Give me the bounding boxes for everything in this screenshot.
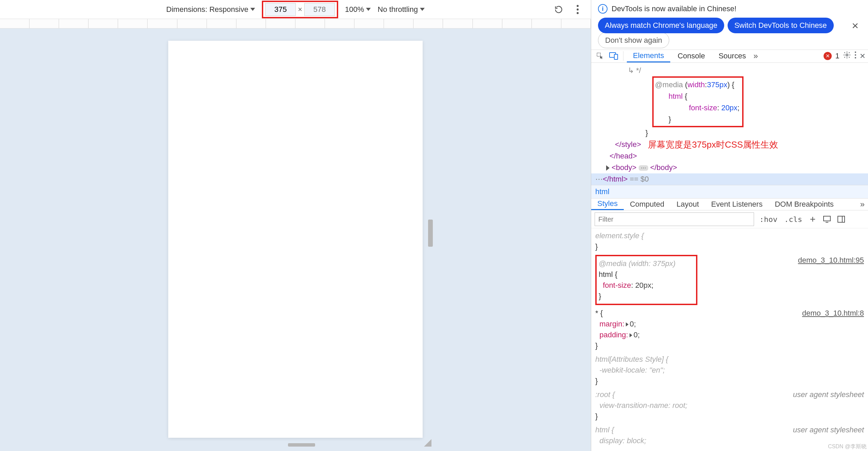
media-rule-highlight: @media (width: 375px) html { font-size: … — [595, 255, 697, 305]
cls-button[interactable]: .cls — [783, 215, 804, 224]
panel-layout-icon[interactable] — [836, 214, 846, 224]
expand-shorthand-icon[interactable] — [626, 322, 629, 326]
styles-rules[interactable]: element.style {} demo_3_10.html:95 @medi… — [591, 228, 868, 451]
watermark: CSDN @李斯晓 — [828, 443, 867, 450]
svg-rect-10 — [824, 216, 830, 221]
close-style-tag: </style> — [615, 139, 641, 150]
kebab-menu-icon[interactable] — [573, 4, 583, 15]
chevron-down-icon — [420, 8, 425, 11]
html-ua-rule-block[interactable]: user agent stylesheet html { display: bl… — [595, 425, 864, 446]
expand-triangle-icon[interactable] — [606, 165, 610, 171]
info-message: DevTools is now available in Chinese! — [612, 4, 736, 13]
svg-rect-11 — [838, 216, 845, 222]
user-agent-label: user agent stylesheet — [793, 425, 864, 435]
source-link[interactable]: demo_3_10.html:95 — [798, 255, 864, 266]
media-query-highlight: @media (width:375px) { html { font-size:… — [652, 76, 744, 127]
expand-shorthand-icon[interactable] — [630, 333, 632, 337]
devtools-tabs: Elements Console Sources » 1 × — [591, 50, 868, 63]
computed-sidebar-icon[interactable] — [822, 214, 832, 224]
chevron-down-icon — [366, 8, 371, 11]
star-rule-block[interactable]: demo_3_10.html:8 * { margin:0; padding:0… — [595, 308, 864, 351]
height-input[interactable] — [304, 3, 335, 16]
svg-rect-5 — [614, 54, 618, 59]
resize-handle-south[interactable] — [288, 443, 315, 447]
html-selector: html { — [599, 270, 617, 279]
error-badge-icon[interactable] — [824, 52, 832, 60]
tab-elements[interactable]: Elements — [627, 50, 670, 62]
zoom-dropdown[interactable]: 100% — [345, 5, 371, 14]
zoom-value: 100% — [345, 5, 364, 14]
tab-console[interactable]: Console — [672, 50, 711, 62]
rotate-icon[interactable] — [554, 4, 564, 15]
user-agent-label: user agent stylesheet — [793, 389, 864, 400]
hov-button[interactable]: :hov — [758, 215, 779, 224]
tab-layout[interactable]: Layout — [670, 199, 705, 210]
viewport-panel: Dimensions: Responsive × 100% No throttl… — [0, 0, 591, 451]
svg-point-2 — [577, 12, 579, 14]
svg-point-7 — [855, 52, 856, 53]
close-infobar-button[interactable]: × — [849, 19, 861, 32]
dimension-inputs-highlight: × — [262, 1, 338, 18]
close-head-tag: </head> — [610, 152, 637, 160]
source-comment: */ — [636, 66, 641, 75]
svg-rect-3 — [597, 53, 600, 56]
styles-toolbar: :hov .cls — [591, 210, 868, 228]
language-buttons-row: Always match Chrome's language Switch De… — [591, 18, 868, 36]
selected-element-row[interactable]: ⋯</html> == $0 — [591, 173, 868, 185]
dollar-zero: == $0 — [628, 175, 649, 183]
kebab-menu-icon[interactable] — [854, 51, 856, 61]
dimensions-label: Dimensions: Responsive — [166, 5, 248, 14]
more-tabs-icon[interactable]: » — [857, 200, 868, 209]
elements-source[interactable]: ↳ */ @media (width:375px) { html { font-… — [591, 63, 868, 185]
device-toolbar: Dimensions: Responsive × 100% No throttl… — [0, 0, 591, 19]
throttling-dropdown[interactable]: No throttling — [378, 5, 425, 14]
collapsed-icon[interactable]: ⋯ — [639, 165, 648, 171]
throttling-value: No throttling — [378, 5, 418, 14]
svg-point-6 — [846, 54, 848, 56]
switch-language-button[interactable]: Switch DevTools to Chinese — [728, 18, 834, 33]
devtools-panel: i DevTools is now available in Chinese! … — [591, 0, 868, 451]
media-rule-block[interactable]: demo_3_10.html:95 @media (width: 375px) … — [595, 255, 864, 305]
width-input[interactable] — [265, 3, 296, 16]
viewport-canvas — [0, 29, 591, 451]
filter-input[interactable] — [595, 212, 754, 226]
element-style-rule[interactable]: element.style {} — [595, 230, 864, 252]
close-devtools-button[interactable]: × — [860, 51, 865, 61]
more-tabs-icon[interactable]: » — [753, 51, 758, 61]
tab-computed[interactable]: Computed — [624, 199, 671, 210]
svg-point-0 — [577, 5, 579, 7]
svg-point-9 — [855, 57, 856, 58]
source-link[interactable]: demo_3_10.html:8 — [802, 308, 864, 319]
tab-styles[interactable]: Styles — [591, 199, 624, 210]
device-frame[interactable] — [168, 41, 423, 438]
resize-handle-east[interactable] — [428, 220, 433, 247]
annotation-text: 屏幕宽度是375px时CSS属性生效 — [648, 139, 778, 150]
styles-tabs: Styles Computed Layout Event Listeners D… — [591, 199, 868, 210]
info-bar: i DevTools is now available in Chinese! — [591, 0, 868, 18]
info-icon: i — [598, 4, 607, 14]
body-close-tag: </body> — [650, 163, 677, 172]
body-open-tag: <body> — [612, 163, 636, 172]
dimensions-dropdown[interactable]: Dimensions: Responsive — [166, 5, 255, 14]
attribute-style-block[interactable]: html[Attributes Style] { -webkit-locale:… — [595, 354, 864, 387]
inspect-element-icon[interactable] — [594, 50, 606, 62]
tab-sources[interactable]: Sources — [712, 50, 752, 62]
ruler — [0, 19, 591, 29]
tab-event-listeners[interactable]: Event Listeners — [705, 199, 769, 210]
close-html-tag: </html> — [603, 175, 628, 183]
chevron-down-icon — [250, 8, 255, 11]
breadcrumb[interactable]: html — [591, 185, 868, 199]
root-rule-block[interactable]: user agent stylesheet :root { view-trans… — [595, 389, 864, 422]
error-count: 1 — [835, 52, 839, 60]
resize-handle-corner[interactable] — [424, 439, 431, 447]
media-condition: @media (width: 375px) — [599, 259, 676, 268]
match-language-button[interactable]: Always match Chrome's language — [598, 18, 724, 33]
gear-icon[interactable] — [843, 51, 851, 61]
tab-dom-breakpoints[interactable]: DOM Breakpoints — [769, 199, 840, 210]
device-toggle-icon[interactable] — [607, 50, 620, 62]
new-style-rule-icon[interactable] — [808, 214, 818, 224]
svg-point-8 — [855, 54, 856, 56]
dimension-separator: × — [298, 5, 302, 14]
svg-point-1 — [577, 8, 579, 11]
